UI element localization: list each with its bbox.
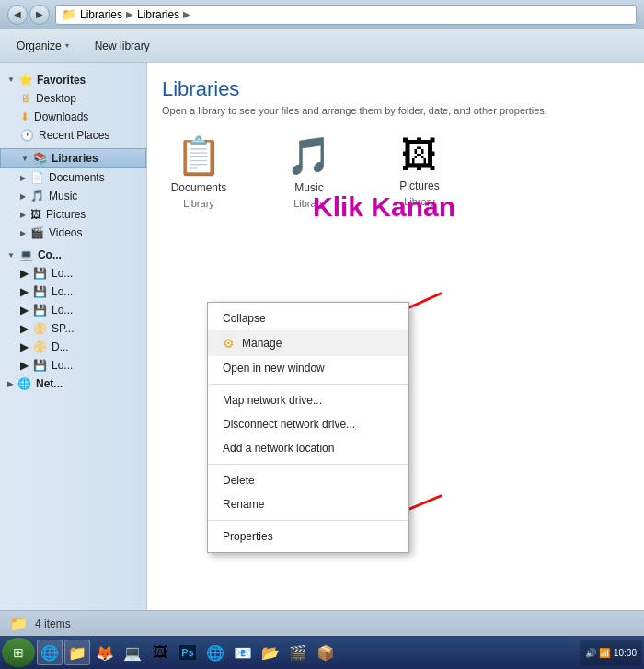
context-menu-delete[interactable]: Delete <box>208 468 408 492</box>
context-menu-map-drive[interactable]: Map network drive... <box>208 388 408 412</box>
context-menu-collapse[interactable]: Collapse <box>208 306 408 330</box>
computer-icon: 💻 <box>19 248 33 261</box>
add-location-label: Add a network location <box>223 442 334 455</box>
sidebar-item-sp[interactable]: ▶ 📀 SP... <box>0 319 146 338</box>
music-label: Music <box>49 190 77 202</box>
favorites-triangle: ▼ <box>7 75 15 84</box>
taskbar-chrome-icon[interactable]: 🌐 <box>202 640 228 665</box>
documents-lib-type: Library <box>183 198 214 209</box>
sidebar-item-d[interactable]: ▶ 📀 D... <box>0 338 146 356</box>
local3-icon: 💾 <box>33 304 47 317</box>
favorites-section: ▼ ⭐ Favorites 🖥 Desktop ⬇ Downloads 🕐 Re… <box>0 70 146 144</box>
sidebar-item-pictures[interactable]: ▶ 🖼 Pictures <box>0 205 146 224</box>
annotation-klik-kanan: Klik Kanan <box>313 191 455 223</box>
taskbar-explorer-icon[interactable]: 📁 <box>64 640 90 665</box>
sidebar: ▼ ⭐ Favorites 🖥 Desktop ⬇ Downloads 🕐 Re… <box>0 63 147 643</box>
favorites-label: Favorites <box>37 74 86 87</box>
context-menu-open-new-window[interactable]: Open in new window <box>208 356 408 380</box>
taskbar-ie-icon[interactable]: 🌐 <box>37 640 63 665</box>
main-layout: ▼ ⭐ Favorites 🖥 Desktop ⬇ Downloads 🕐 Re… <box>0 63 644 643</box>
library-item-documents[interactable]: 📋 Documents Library <box>162 134 236 209</box>
context-menu-separator3 <box>208 520 408 521</box>
context-menu-manage[interactable]: ⚙ Manage <box>208 330 408 356</box>
manage-label: Manage <box>242 337 282 350</box>
d-label: D... <box>52 340 69 353</box>
desktop-icon: 🖥 <box>20 92 31 105</box>
organize-button[interactable]: Organize ▾ <box>9 36 76 56</box>
sidebar-item-local2[interactable]: ▶ 💾 Lo... <box>0 283 146 301</box>
rename-label: Rename <box>223 498 264 511</box>
manage-icon: ⚙ <box>223 336 235 351</box>
sidebar-item-desktop[interactable]: 🖥 Desktop <box>0 89 146 108</box>
music-lib-icon: 🎵 <box>286 134 332 178</box>
taskbar-firefox-icon[interactable]: 🦊 <box>92 640 118 665</box>
delete-label: Delete <box>223 474 255 487</box>
collapse-label: Collapse <box>223 312 266 325</box>
taskbar-pkg-icon[interactable]: 📦 <box>313 640 339 665</box>
sp-icon: 📀 <box>33 322 47 335</box>
libraries-header[interactable]: ▼ 📚 Libraries <box>0 148 146 168</box>
tray-time: 10:30 <box>614 648 637 658</box>
libraries-triangle: ▼ <box>21 155 29 163</box>
content-area: Libraries Open a library to see your fil… <box>147 63 644 643</box>
media-icon: 🎬 <box>289 644 307 662</box>
new-library-button[interactable]: New library <box>87 36 157 56</box>
sidebar-item-documents[interactable]: ▶ 📄 Documents <box>0 168 146 187</box>
toolbar: Organize ▾ New library <box>0 29 644 63</box>
libraries-icon: 📚 <box>33 152 47 165</box>
context-menu-properties[interactable]: Properties <box>208 525 408 548</box>
sidebar-item-videos[interactable]: ▶ 🎬 Videos <box>0 224 146 242</box>
map-drive-label: Map network drive... <box>223 394 322 407</box>
computer-taskbar-icon: 💻 <box>123 644 142 662</box>
start-button[interactable]: ⊞ <box>2 638 35 667</box>
nav-buttons: ◀ ▶ <box>7 5 50 25</box>
sidebar-item-recent-places[interactable]: 🕐 Recent Places <box>0 126 146 144</box>
videos-label: Videos <box>49 226 82 239</box>
content-title: Libraries <box>162 77 629 101</box>
address-bar[interactable]: 📁 Libraries ▶ Libraries ▶ <box>55 5 637 25</box>
forward-button[interactable]: ▶ <box>29 5 50 25</box>
documents-icon: 📄 <box>30 171 44 184</box>
ie-icon: 🌐 <box>40 644 59 662</box>
context-menu-disconnect-drive[interactable]: Disconnect network drive... <box>208 412 408 436</box>
taskbar-mail-icon[interactable]: 📧 <box>230 640 256 665</box>
context-menu: Collapse ⚙ Manage Open in new window Map… <box>207 302 409 553</box>
breadcrumb-arrow2: ▶ <box>183 9 190 19</box>
chrome-icon: 🌐 <box>206 644 224 662</box>
context-menu-add-location[interactable]: Add a network location <box>208 436 408 460</box>
sidebar-item-computer[interactable]: ▼ 💻 Co... <box>0 246 146 264</box>
explorer-icon: 📁 <box>68 644 86 662</box>
sidebar-item-network[interactable]: ▶ 🌐 Net... <box>0 375 146 393</box>
sidebar-item-music[interactable]: ▶ 🎵 Music <box>0 187 146 205</box>
taskbar-ps-icon[interactable]: Ps <box>175 640 201 665</box>
taskbar-computer-icon[interactable]: 💻 <box>120 640 145 665</box>
photo-icon: 🖼 <box>153 644 167 661</box>
local3-label: Lo... <box>52 304 73 317</box>
context-menu-rename[interactable]: Rename <box>208 492 408 516</box>
sidebar-item-local4[interactable]: ▶ 💾 Lo... <box>0 356 146 375</box>
context-menu-separator2 <box>208 464 408 465</box>
desktop-label: Desktop <box>36 92 76 105</box>
firefox-icon: 🦊 <box>96 644 114 662</box>
documents-lib-icon: 📋 <box>176 134 222 178</box>
docs-expand: ▶ <box>20 174 26 182</box>
local2-icon: 💾 <box>33 285 47 298</box>
libraries-label: Libraries <box>52 152 98 165</box>
status-folder-icon: 📁 <box>9 615 28 632</box>
sidebar-item-local3[interactable]: ▶ 💾 Lo... <box>0 301 146 319</box>
taskbar-photo-icon[interactable]: 🖼 <box>147 640 173 665</box>
music-expand: ▶ <box>20 192 26 201</box>
taskbar-folder2-icon[interactable]: 📂 <box>258 640 283 665</box>
local1-label: Lo... <box>52 267 73 280</box>
organize-label: Organize <box>17 40 62 52</box>
sidebar-item-local1[interactable]: ▶ 💾 Lo... <box>0 264 146 283</box>
folder2-icon: 📂 <box>261 644 280 662</box>
local4-icon: 💾 <box>33 359 47 372</box>
sidebar-item-downloads[interactable]: ⬇ Downloads <box>0 108 146 126</box>
downloads-label: Downloads <box>34 110 88 123</box>
favorites-header[interactable]: ▼ ⭐ Favorites <box>0 70 146 89</box>
back-button[interactable]: ◀ <box>7 5 28 25</box>
taskbar-media-icon[interactable]: 🎬 <box>285 640 311 665</box>
favorites-star-icon: ⭐ <box>18 73 33 87</box>
pkg-icon: 📦 <box>316 644 335 662</box>
